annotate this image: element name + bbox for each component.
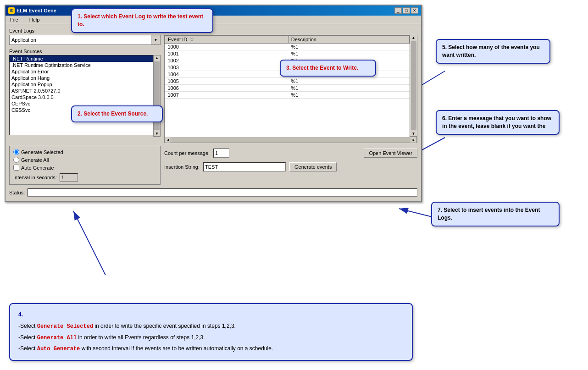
col-event-id[interactable]: Event ID ▽ — [165, 36, 288, 44]
right-controls: Count per message: Open Event Viewer Ins… — [164, 146, 417, 185]
menubar: File Help — [6, 16, 421, 24]
event-logs-dropdown[interactable]: Application — [9, 35, 151, 45]
table-row[interactable]: 1001%1 — [165, 50, 410, 57]
insertion-string-input[interactable] — [203, 162, 286, 171]
window-controls: _ □ ✕ — [394, 7, 418, 14]
callout-5: 5. Select how many of the events you wan… — [436, 39, 550, 64]
generate-all-row: Generate All — [13, 157, 156, 163]
status-bar: Status: — [9, 188, 417, 198]
instruction-box: 4. -Select Generate Selected in order to… — [9, 303, 413, 361]
events-scrollbar[interactable]: ▲ ▼ — [410, 35, 417, 136]
table-row[interactable]: 1006%1 — [165, 85, 410, 92]
generate-selected-radio[interactable] — [13, 149, 19, 155]
auto-generate-row: Auto Generate — [13, 165, 156, 171]
callout-2-text: 2. Select the Event Source. — [78, 110, 148, 117]
menu-file[interactable]: File — [8, 17, 20, 23]
instruction-line-3: -Select Auto Generate with second interv… — [18, 344, 404, 353]
close-button[interactable]: ✕ — [411, 7, 418, 14]
table-row[interactable]: 1000%1 — [165, 44, 410, 50]
count-input[interactable] — [213, 149, 229, 158]
interval-row: Interval in seconds: — [13, 173, 156, 182]
minimize-button[interactable]: _ — [394, 7, 402, 14]
generate-selected-row: Generate Selected — [13, 149, 156, 155]
table-row[interactable]: 1005%1 — [165, 78, 410, 85]
event-sources-listbox[interactable]: .NET Runtime .NET Runtime Optimization S… — [9, 55, 153, 135]
callout-5-text: 5. Select how many of the events you wan… — [442, 44, 540, 58]
status-display — [28, 188, 417, 197]
list-item[interactable]: CardSpace 3.0.0.0 — [10, 94, 153, 100]
auto-generate-label: Auto Generate — [21, 165, 54, 171]
window-title: ELM Event Gene — [17, 8, 56, 13]
bottom-section: Generate Selected Generate All Auto Gene… — [9, 146, 417, 185]
list-item[interactable]: .NET Runtime — [10, 55, 153, 62]
callout-6-text: 6. Enter a message that you want to show… — [442, 115, 551, 129]
right-panel: Events Event ID ▽ — [164, 28, 417, 143]
callout-3-text: 3. Select the Event to Write. — [286, 65, 358, 71]
interval-input[interactable] — [60, 173, 78, 182]
main-window: E ELM Event Gene _ □ ✕ File Help Event L… — [5, 5, 422, 202]
instruction-number: 4. — [18, 311, 23, 318]
interval-label: Interval in seconds: — [13, 175, 57, 180]
col-description[interactable]: Description — [288, 36, 409, 44]
generate-selected-label: Generate Selected — [21, 149, 63, 155]
insertion-label: Insertion String: — [164, 164, 200, 170]
horizontal-scrollbar[interactable]: ◄ ► — [164, 137, 417, 143]
callout-6: 6. Enter a message that you want to show… — [436, 110, 560, 135]
scroll-right-btn[interactable]: ► — [410, 137, 417, 143]
list-item[interactable]: Application Error — [10, 68, 153, 75]
title-bar: E ELM Event Gene _ □ ✕ — [6, 6, 421, 16]
insertion-row: Insertion String: Generate events — [164, 162, 417, 171]
app-icon: E — [8, 7, 15, 14]
list-item[interactable]: ASP.NET 2.0.50727.0 — [10, 88, 153, 94]
event-logs-dropdown-row: Application ▼ — [9, 35, 161, 45]
list-item[interactable]: Application Hang — [10, 75, 153, 81]
left-panel: Event Logs Application ▼ Event Sources .… — [9, 28, 161, 143]
dropdown-arrow-icon[interactable]: ▼ — [151, 35, 161, 45]
callout-3: 3. Select the Event to Write. — [280, 60, 376, 77]
events-table-container: Event ID ▽ Description — [165, 35, 410, 137]
scroll-left-btn[interactable]: ◄ — [165, 137, 171, 143]
count-row: Count per message: Open Event Viewer — [164, 149, 417, 158]
svg-line-7 — [73, 211, 105, 275]
generate-events-button[interactable]: Generate events — [289, 162, 337, 171]
callout-7: 7. Select to insert events into the Even… — [431, 202, 560, 226]
callout-2: 2. Select the Event Source. — [71, 105, 163, 122]
controls-panel: Generate Selected Generate All Auto Gene… — [9, 146, 161, 185]
generate-all-label: Generate All — [21, 157, 49, 163]
callout-1-number: 1. Select which Event Log to write the t… — [78, 13, 203, 28]
open-event-viewer-button[interactable]: Open Event Viewer — [364, 149, 417, 158]
maximize-button[interactable]: □ — [403, 7, 410, 14]
menu-help[interactable]: Help — [28, 17, 42, 23]
window-body: Event Logs Application ▼ Event Sources .… — [6, 24, 421, 201]
status-label: Status: — [9, 190, 25, 195]
instruction-line-1: -Select Generate Selected in order to wr… — [18, 322, 404, 331]
scroll-track — [171, 137, 410, 143]
list-item[interactable]: Application Popup — [10, 81, 153, 88]
generate-all-radio[interactable] — [13, 157, 19, 163]
callout-7-text: 7. Select to insert events into the Even… — [438, 207, 540, 221]
list-item[interactable]: .NET Runtime Optimization Service — [10, 62, 153, 68]
instruction-line-2: -Select Generate All in order to write a… — [18, 333, 404, 342]
count-label: Count per message: — [164, 150, 210, 156]
listbox-scrollbar[interactable]: ▲ ▼ — [153, 55, 161, 137]
table-row[interactable]: 1007%1 — [165, 92, 410, 99]
event-sources-label: Event Sources — [9, 49, 161, 54]
auto-generate-checkbox[interactable] — [13, 165, 19, 171]
callout-1: 1. Select which Event Log to write the t… — [71, 8, 213, 33]
